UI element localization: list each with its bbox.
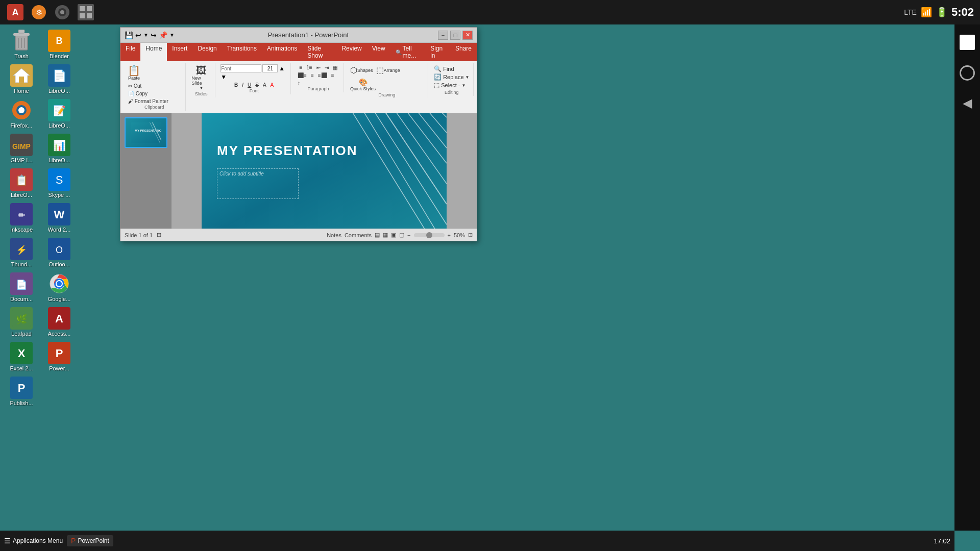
paste-button[interactable]: 📋 Paste xyxy=(127,64,141,82)
presenter-view-icon[interactable]: ▢ xyxy=(399,232,404,238)
desktop-icon-librecalc[interactable]: 📊 LibreO... xyxy=(43,134,76,163)
fit-to-window-icon[interactable]: ⊞ xyxy=(157,232,161,238)
desktop-icon-access[interactable]: A Access... xyxy=(43,307,76,337)
new-slide-dropdown[interactable]: ▼ xyxy=(199,86,203,90)
replace-dropdown[interactable]: ▼ xyxy=(465,75,470,80)
font-size-up[interactable]: ▲ xyxy=(279,65,285,72)
font-name-input[interactable] xyxy=(220,64,261,72)
maximize-button[interactable]: □ xyxy=(450,31,460,40)
format-painter-button[interactable]: 🖌 Format Painter xyxy=(127,98,170,105)
more-icon[interactable]: ▼ xyxy=(169,32,175,38)
font-size-down[interactable]: ▼ xyxy=(220,73,227,81)
select-dropdown[interactable]: ▼ xyxy=(461,83,465,88)
zoom-in-button[interactable]: + xyxy=(448,232,451,238)
indent-decrease[interactable]: ⇤ xyxy=(315,64,322,71)
align-center[interactable]: ≡ xyxy=(309,72,315,79)
numbering-button[interactable]: 1≡ xyxy=(305,64,313,71)
line-spacing[interactable]: ↕ xyxy=(296,80,302,86)
slide-panel[interactable]: 1 MY PRESENTATI xyxy=(120,113,172,229)
tab-transitions[interactable]: Transitions xyxy=(222,43,262,61)
applications-menu-button[interactable]: ☰ Applications Menu xyxy=(4,537,63,545)
slide-title-text[interactable]: MY PRESENTATION xyxy=(217,143,358,159)
sidebar-arrow-back[interactable]: ◀ xyxy=(963,96,972,110)
cut-button[interactable]: ✂ Cut xyxy=(127,83,170,89)
reading-view-icon[interactable]: ▣ xyxy=(391,232,396,238)
desktop-icon-libreoffice[interactable]: 📄 LibreO... xyxy=(43,64,76,94)
main-slide-area[interactable]: MY PRESENTATION Click to add subtitle xyxy=(172,113,477,229)
desktop-icon-word[interactable]: W Word 2... xyxy=(43,203,76,233)
zoom-out-button[interactable]: − xyxy=(407,232,410,238)
shadow-button[interactable]: A xyxy=(261,82,268,88)
topbar-icon-apps[interactable] xyxy=(77,3,95,21)
desktop-icon-inkscape[interactable]: ✏ Inkscape xyxy=(5,203,38,233)
tab-share[interactable]: Share xyxy=(450,43,477,61)
undo-icon[interactable]: ↩ xyxy=(135,31,141,39)
replace-button[interactable]: 🔄 Replace ▼ xyxy=(434,73,469,81)
columns-button[interactable]: ▦ xyxy=(331,64,339,71)
customize-icon[interactable]: 📌 xyxy=(159,31,167,39)
tab-home[interactable]: Home xyxy=(140,43,167,61)
bullets-button[interactable]: ≡ xyxy=(298,64,304,71)
desktop-icon-libredraw[interactable]: 📝 LibreO... xyxy=(43,99,76,129)
minimize-button[interactable]: − xyxy=(438,31,448,40)
desktop-icon-trash[interactable]: Trash xyxy=(5,30,38,59)
align-right[interactable]: ≡⬛ xyxy=(316,72,329,79)
save-icon[interactable]: 💾 xyxy=(125,31,133,39)
tab-signin[interactable]: Sign in xyxy=(425,43,450,61)
slide-thumbnail[interactable]: MY PRESENTATION xyxy=(125,117,167,148)
tab-tellme[interactable]: 🔍Tell me... xyxy=(390,43,426,61)
tab-review[interactable]: Review xyxy=(336,43,366,61)
copy-button[interactable]: 📄 Copy xyxy=(127,90,170,97)
bold-button[interactable]: B xyxy=(233,82,239,88)
desktop-icon-chrome[interactable]: Google... xyxy=(43,272,76,302)
desktop-icon-gimp[interactable]: GIMP GIMP I... xyxy=(5,134,38,163)
font-color-button[interactable]: A xyxy=(269,82,276,88)
desktop-icon-libreimpress[interactable]: 📋 LibreO... xyxy=(5,168,38,198)
desktop-icon-docview[interactable]: 📄 Docum... xyxy=(5,272,38,302)
desktop-icon-leafpad[interactable]: 🌿 Leafpad xyxy=(5,307,38,337)
tab-insert[interactable]: Insert xyxy=(167,43,192,61)
tab-file[interactable]: File xyxy=(120,43,140,61)
align-left[interactable]: ⬛≡ xyxy=(296,72,308,79)
desktop-icon-blender[interactable]: B Blender xyxy=(43,30,76,59)
select-button[interactable]: ⬚ Select - ▼ xyxy=(434,82,469,89)
desktop-icon-powerpoint[interactable]: P Power... xyxy=(43,342,76,371)
fit-slide-button[interactable]: ⊡ xyxy=(468,232,473,238)
tab-animations[interactable]: Animations xyxy=(262,43,302,61)
undo-dropdown[interactable]: ▼ xyxy=(143,32,149,38)
desktop-icon-firefox[interactable]: Firefox... xyxy=(5,99,38,129)
redo-icon[interactable]: ↪ xyxy=(151,31,157,39)
quick-styles-button[interactable]: 🎨 Quick Styles xyxy=(349,77,377,92)
justify[interactable]: ≡ xyxy=(330,72,336,79)
desktop-icon-publisher[interactable]: P Publish... xyxy=(5,377,38,406)
arrange-button[interactable]: ⬚ Arrange xyxy=(375,64,401,76)
shapes-button[interactable]: ⬡ Shapes xyxy=(349,64,374,76)
topbar-icon-flux[interactable]: ❄ xyxy=(30,3,48,21)
normal-view-icon[interactable]: ▤ xyxy=(375,232,380,238)
tab-view[interactable]: View xyxy=(367,43,390,61)
slide-canvas[interactable]: MY PRESENTATION Click to add subtitle xyxy=(202,113,447,229)
desktop-icon-home[interactable]: Home xyxy=(5,64,38,94)
comments-button[interactable]: Comments xyxy=(345,232,372,238)
slide-subtitle-box[interactable]: Click to add subtitle xyxy=(217,168,299,199)
topbar-icon-a[interactable]: A xyxy=(6,3,24,21)
notes-button[interactable]: Notes xyxy=(327,232,341,238)
tab-design[interactable]: Design xyxy=(192,43,222,61)
close-button[interactable]: ✕ xyxy=(462,31,473,40)
tab-slideshow[interactable]: Slide Show xyxy=(302,43,336,61)
desktop-icon-outlook[interactable]: O Outloo... xyxy=(43,238,76,267)
underline-button[interactable]: U xyxy=(246,82,253,88)
font-size-input[interactable] xyxy=(262,64,278,72)
strikethrough-button[interactable]: S xyxy=(254,82,260,88)
taskbar-powerpoint[interactable]: P PowerPoint xyxy=(67,535,113,546)
slide-sorter-icon[interactable]: ▦ xyxy=(383,232,388,238)
new-slide-button[interactable]: 🖼 New Slide ▼ xyxy=(191,64,212,91)
italic-button[interactable]: I xyxy=(240,82,245,88)
indent-increase[interactable]: ⇥ xyxy=(323,64,330,71)
desktop-icon-skype[interactable]: S Skype ... xyxy=(43,168,76,198)
zoom-slider[interactable] xyxy=(414,233,445,237)
desktop-icon-excel[interactable]: X Excel 2... xyxy=(5,342,38,371)
find-button[interactable]: 🔍 Find xyxy=(434,65,469,72)
topbar-icon-record[interactable] xyxy=(53,3,71,21)
desktop-icon-thunderbird[interactable]: ⚡ Thund... xyxy=(5,238,38,267)
